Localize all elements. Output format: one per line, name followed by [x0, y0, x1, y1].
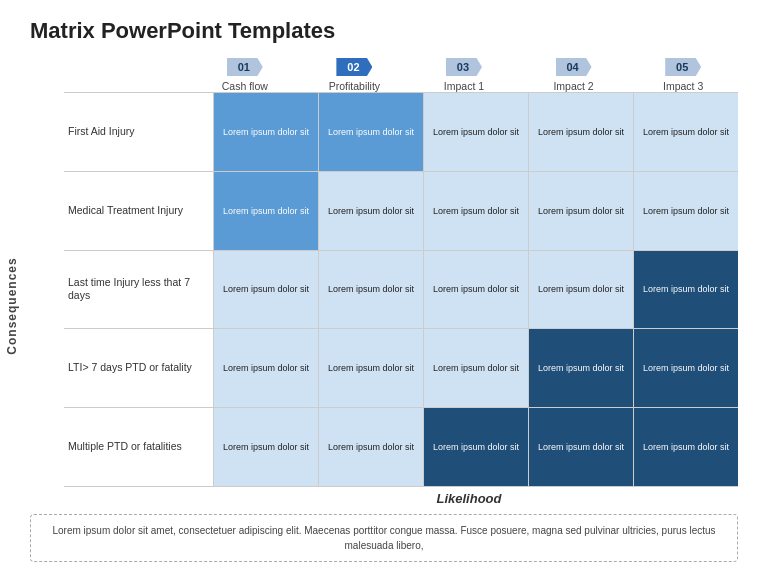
row-label-5: Multiple PTD or fatalities [64, 408, 214, 486]
likelihood-label: Likelihood [200, 491, 738, 506]
col-label-4: Impact 2 [553, 80, 593, 92]
col-label-1: Cash flow [222, 80, 268, 92]
col-badge-5: 05 [665, 58, 701, 76]
col-header-3: 03Impact 1 [409, 58, 519, 92]
cell-4-3: Lorem ipsum dolor sit [424, 329, 529, 407]
footer-box: Lorem ipsum dolor sit amet, consectetuer… [30, 514, 738, 562]
cell-4-4: Lorem ipsum dolor sit [529, 329, 634, 407]
cell-5-4: Lorem ipsum dolor sit [529, 408, 634, 486]
table-row: First Aid InjuryLorem ipsum dolor sitLor… [64, 92, 738, 171]
row-label-3: Last time Injury less that 7 days [64, 251, 214, 329]
cell-3-3: Lorem ipsum dolor sit [424, 251, 529, 329]
cell-2-5: Lorem ipsum dolor sit [634, 172, 738, 250]
table-grid: First Aid InjuryLorem ipsum dolor sitLor… [64, 92, 738, 487]
table-row: Medical Treatment InjuryLorem ipsum dolo… [64, 171, 738, 250]
col-label-3: Impact 1 [444, 80, 484, 92]
cell-2-1: Lorem ipsum dolor sit [214, 172, 319, 250]
cell-5-2: Lorem ipsum dolor sit [319, 408, 424, 486]
cell-2-4: Lorem ipsum dolor sit [529, 172, 634, 250]
page-container: Matrix PowerPoint Templates 01Cash flow0… [0, 0, 768, 576]
col-badge-3: 03 [446, 58, 482, 76]
col-label-5: Impact 3 [663, 80, 703, 92]
col-label-2: Profitability [329, 80, 380, 92]
cell-1-3: Lorem ipsum dolor sit [424, 93, 529, 171]
consequences-label: Consequences [5, 257, 19, 354]
cell-4-1: Lorem ipsum dolor sit [214, 329, 319, 407]
cell-5-5: Lorem ipsum dolor sit [634, 408, 738, 486]
table-row: Last time Injury less that 7 daysLorem i… [64, 250, 738, 329]
cell-3-2: Lorem ipsum dolor sit [319, 251, 424, 329]
cell-4-2: Lorem ipsum dolor sit [319, 329, 424, 407]
main-content: 01Cash flow02Profitability03Impact 104Im… [30, 58, 738, 562]
cell-4-5: Lorem ipsum dolor sit [634, 329, 738, 407]
cell-3-5: Lorem ipsum dolor sit [634, 251, 738, 329]
cell-1-2: Lorem ipsum dolor sit [319, 93, 424, 171]
cell-3-4: Lorem ipsum dolor sit [529, 251, 634, 329]
col-header-2: 02Profitability [300, 58, 410, 92]
row-label-2: Medical Treatment Injury [64, 172, 214, 250]
table-row: Multiple PTD or fatalitiesLorem ipsum do… [64, 407, 738, 487]
cell-2-3: Lorem ipsum dolor sit [424, 172, 529, 250]
cell-1-1: Lorem ipsum dolor sit [214, 93, 319, 171]
cell-2-2: Lorem ipsum dolor sit [319, 172, 424, 250]
col-header-4: 04Impact 2 [519, 58, 629, 92]
cell-5-1: Lorem ipsum dolor sit [214, 408, 319, 486]
row-label-4: LTI> 7 days PTD or fatality [64, 329, 214, 407]
col-badge-2: 02 [336, 58, 372, 76]
row-label-1: First Aid Injury [64, 93, 214, 171]
cell-3-1: Lorem ipsum dolor sit [214, 251, 319, 329]
col-header-5: 05Impact 3 [628, 58, 738, 92]
column-headers: 01Cash flow02Profitability03Impact 104Im… [190, 58, 738, 92]
cell-1-4: Lorem ipsum dolor sit [529, 93, 634, 171]
cell-1-5: Lorem ipsum dolor sit [634, 93, 738, 171]
col-badge-1: 01 [227, 58, 263, 76]
table-row: LTI> 7 days PTD or fatalityLorem ipsum d… [64, 328, 738, 407]
col-badge-4: 04 [556, 58, 592, 76]
cell-5-3: Lorem ipsum dolor sit [424, 408, 529, 486]
page-title: Matrix PowerPoint Templates [30, 18, 738, 44]
col-header-1: 01Cash flow [190, 58, 300, 92]
